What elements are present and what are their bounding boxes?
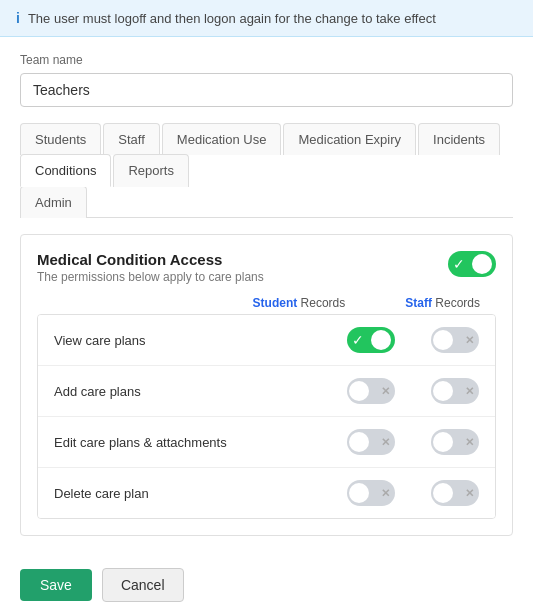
- toggle-edit-student-thumb: [349, 432, 369, 452]
- tabs-container: Students Staff Medication Use Medication…: [20, 123, 513, 218]
- section-card: Medical Condition Access The permissions…: [20, 234, 513, 536]
- toggle-add-staff-x: ✕: [465, 385, 474, 398]
- staff-records-header: Staff Records: [405, 296, 480, 310]
- toggle-edit-student-x: ✕: [381, 436, 390, 449]
- toggle-view-student-check: ✓: [352, 332, 364, 348]
- toggle-delete-staff-x: ✕: [465, 487, 474, 500]
- permission-row-delete: Delete care plan ✕ ✕: [38, 468, 495, 518]
- permission-row-edit: Edit care plans & attachments ✕ ✕: [38, 417, 495, 468]
- tabs-row-2: Admin: [20, 186, 513, 217]
- section-header: Medical Condition Access The permissions…: [37, 251, 496, 284]
- tab-medication-expiry[interactable]: Medication Expiry: [283, 123, 416, 155]
- student-label: Student: [253, 296, 298, 310]
- banner-message: The user must logoff and then logon agai…: [28, 11, 436, 26]
- main-content: Team name Students Staff Medication Use …: [0, 37, 533, 552]
- permission-row-view: View care plans ✓ ✕: [38, 315, 495, 366]
- toggles-add: ✕ ✕: [347, 378, 479, 404]
- team-name-label: Team name: [20, 53, 513, 67]
- toggle-add-student-thumb: [349, 381, 369, 401]
- tab-conditions[interactable]: Conditions: [20, 154, 111, 187]
- master-toggle-check-icon: ✓: [453, 256, 465, 272]
- section-subtitle: The permissions below apply to care plan…: [37, 270, 264, 284]
- tab-students[interactable]: Students: [20, 123, 101, 155]
- toggles-edit: ✕ ✕: [347, 429, 479, 455]
- toggle-edit-staff-thumb: [433, 432, 453, 452]
- toggle-add-student[interactable]: ✕: [347, 378, 395, 404]
- permission-row-add: Add care plans ✕ ✕: [38, 366, 495, 417]
- staff-label: Staff: [405, 296, 432, 310]
- toggle-view-student[interactable]: ✓: [347, 327, 395, 353]
- permission-label-add: Add care plans: [54, 384, 347, 399]
- cancel-button[interactable]: Cancel: [102, 568, 184, 602]
- toggles-delete: ✕ ✕: [347, 480, 479, 506]
- save-button[interactable]: Save: [20, 569, 92, 601]
- section-title: Medical Condition Access: [37, 251, 264, 268]
- records-header: Student Records Staff Records: [37, 288, 496, 314]
- team-name-input[interactable]: [20, 73, 513, 107]
- toggle-add-student-x: ✕: [381, 385, 390, 398]
- tab-staff[interactable]: Staff: [103, 123, 160, 155]
- toggle-delete-staff[interactable]: ✕: [431, 480, 479, 506]
- permission-label-delete: Delete care plan: [54, 486, 347, 501]
- toggle-edit-staff-x: ✕: [465, 436, 474, 449]
- toggle-edit-staff[interactable]: ✕: [431, 429, 479, 455]
- toggles-view: ✓ ✕: [347, 327, 479, 353]
- toggle-add-staff[interactable]: ✕: [431, 378, 479, 404]
- tab-incidents[interactable]: Incidents: [418, 123, 500, 155]
- footer-buttons: Save Cancel: [0, 552, 533, 616]
- master-toggle-thumb: [472, 254, 492, 274]
- student-records-suffix: Records: [297, 296, 345, 310]
- tab-reports[interactable]: Reports: [113, 154, 189, 187]
- tab-admin[interactable]: Admin: [20, 186, 87, 218]
- toggle-delete-student-x: ✕: [381, 487, 390, 500]
- toggle-delete-student-thumb: [349, 483, 369, 503]
- permission-label-view: View care plans: [54, 333, 347, 348]
- tab-medication-use[interactable]: Medication Use: [162, 123, 282, 155]
- toggle-add-staff-thumb: [433, 381, 453, 401]
- staff-records-suffix: Records: [432, 296, 480, 310]
- page-wrapper: i The user must logoff and then logon ag…: [0, 0, 533, 616]
- toggle-view-staff-thumb: [433, 330, 453, 350]
- toggle-edit-student[interactable]: ✕: [347, 429, 395, 455]
- toggle-view-student-thumb: [371, 330, 391, 350]
- section-title-group: Medical Condition Access The permissions…: [37, 251, 264, 284]
- info-banner: i The user must logoff and then logon ag…: [0, 0, 533, 37]
- student-records-header: Student Records: [253, 296, 346, 310]
- toggle-view-staff[interactable]: ✕: [431, 327, 479, 353]
- team-name-field: Team name: [20, 53, 513, 107]
- master-toggle[interactable]: ✓: [448, 251, 496, 277]
- toggle-view-staff-x: ✕: [465, 334, 474, 347]
- toggle-delete-student[interactable]: ✕: [347, 480, 395, 506]
- tabs-row-1: Students Staff Medication Use Medication…: [20, 123, 513, 186]
- permission-label-edit: Edit care plans & attachments: [54, 435, 347, 450]
- info-icon: i: [16, 10, 20, 26]
- permissions-table: View care plans ✓ ✕: [37, 314, 496, 519]
- toggle-delete-staff-thumb: [433, 483, 453, 503]
